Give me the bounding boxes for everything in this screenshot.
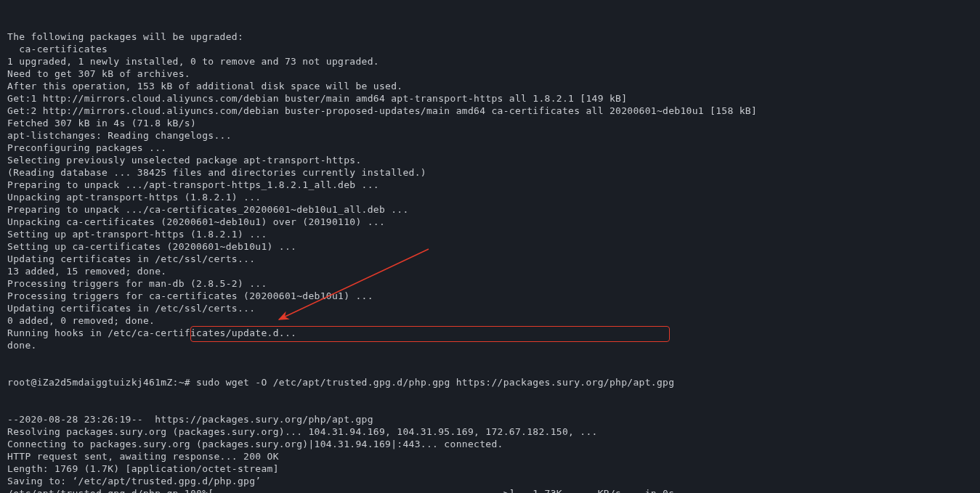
terminal-line: Saving to: ‘/etc/apt/trusted.gpg.d/php.g… (7, 475, 973, 487)
terminal-line: 0 added, 0 removed; done. (7, 314, 973, 327)
terminal-line: Setting up apt-transport-https (1.8.2.1)… (7, 228, 973, 240)
terminal-line: Processing triggers for man-db (2.8.5-2)… (7, 277, 973, 290)
terminal-line: Fetched 307 kB in 4s (71.8 kB/s) (7, 117, 973, 129)
terminal-line: ca-certificates (7, 43, 973, 55)
terminal-line: /etc/apt/trusted.gpg.d/php.gp 100%[=====… (7, 487, 973, 493)
terminal-output-block-1: The following packages will be upgraded:… (7, 30, 973, 351)
terminal-line: Length: 1769 (1.7K) [application/octet-s… (7, 463, 973, 475)
terminal-output-block-2: --2020-08-28 23:26:19-- https://packages… (7, 413, 973, 493)
terminal-line: 13 added, 15 removed; done. (7, 265, 973, 277)
terminal-line: 1 upgraded, 1 newly installed, 0 to remo… (7, 55, 973, 68)
terminal-line: Get:1 http://mirrors.cloud.aliyuncs.com/… (7, 92, 973, 105)
terminal-line: Unpacking ca-certificates (20200601~deb1… (7, 216, 973, 228)
terminal-line: Resolving packages.sury.org (packages.su… (7, 425, 973, 438)
terminal-line: Processing triggers for ca-certificates … (7, 290, 973, 302)
terminal-line: Updating certificates in /etc/ssl/certs.… (7, 302, 973, 314)
terminal-line: Setting up ca-certificates (20200601~deb… (7, 240, 973, 253)
terminal-line: apt-listchanges: Reading changelogs... (7, 129, 973, 142)
terminal-line: Connecting to packages.sury.org (package… (7, 438, 973, 450)
terminal-line: Selecting previously unselected package … (7, 154, 973, 166)
terminal-line: After this operation, 153 kB of addition… (7, 80, 973, 92)
terminal-line: Preparing to unpack .../apt-transport-ht… (7, 179, 973, 191)
terminal-line: Need to get 307 kB of archives. (7, 68, 973, 80)
terminal-line: The following packages will be upgraded: (7, 30, 973, 43)
terminal-line: Get:2 http://mirrors.cloud.aliyuncs.com/… (7, 105, 973, 117)
terminal-line: HTTP request sent, awaiting response... … (7, 450, 973, 463)
terminal-window[interactable]: The following packages will be upgraded:… (0, 0, 980, 493)
terminal-line: Preparing to unpack .../ca-certificates_… (7, 203, 973, 216)
command-line-1: root@iZa2d5mdaiggtuizkj461mZ:~# sudo wge… (7, 376, 973, 388)
shell-prompt-1: root@iZa2d5mdaiggtuizkj461mZ:~# (7, 376, 196, 388)
terminal-line: done. (7, 339, 973, 351)
terminal-line: (Reading database ... 38425 files and di… (7, 166, 973, 179)
terminal-line: Preconfiguring packages ... (7, 142, 973, 154)
terminal-line: Running hooks in /etc/ca-certificates/up… (7, 327, 973, 339)
highlighted-command: sudo wget -O /etc/apt/trusted.gpg.d/php.… (196, 376, 674, 388)
terminal-line: Unpacking apt-transport-https (1.8.2.1) … (7, 191, 973, 203)
terminal-line: --2020-08-28 23:26:19-- https://packages… (7, 413, 973, 425)
terminal-line: Updating certificates in /etc/ssl/certs.… (7, 253, 973, 265)
